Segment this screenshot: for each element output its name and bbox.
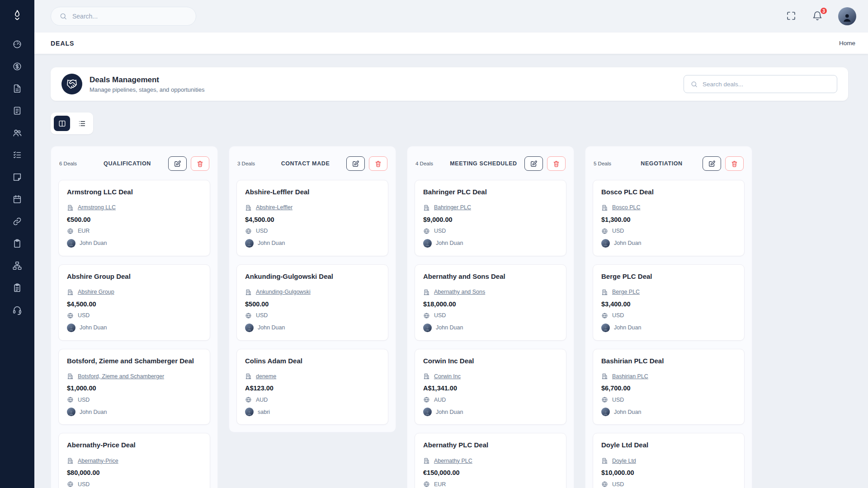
fullscreen-button[interactable]	[786, 10, 797, 22]
deal-owner: John Duan	[80, 324, 107, 331]
deal-company-link[interactable]: Doyle Ltd	[612, 458, 636, 464]
invoices-icon	[12, 84, 22, 94]
deal-company-link[interactable]: Abshire Group	[78, 289, 114, 295]
edit-stage-button[interactable]	[524, 156, 543, 171]
deal-company-link[interactable]: Bahringer PLC	[434, 204, 471, 211]
deal-company-link[interactable]: Abernathy and Sons	[434, 289, 485, 295]
edit-icon	[174, 160, 181, 168]
sidebar-item-board[interactable]	[7, 278, 27, 297]
column-deal-count: 6 Deals	[59, 161, 90, 166]
deals-subtitle: Manage pipelines, stages, and opportunit…	[90, 86, 204, 93]
deal-company-link[interactable]: Berge PLC	[612, 289, 640, 295]
delete-stage-button[interactable]	[369, 156, 387, 171]
deal-owner-row: John Duan	[245, 239, 380, 248]
deal-card[interactable]: Corwin Inc Deal Corwin Inc A$1,341.00 AU…	[415, 349, 566, 425]
sidebar-item-invoices[interactable]	[7, 79, 27, 98]
deal-company-row: Doyle Ltd	[601, 457, 736, 464]
edit-stage-button[interactable]	[346, 156, 365, 171]
deal-amount: $10,000.00	[601, 469, 736, 476]
deal-card[interactable]: Armstrong LLC Deal Armstrong LLC €500.00…	[58, 180, 210, 256]
deal-currency-row: USD	[601, 228, 736, 235]
notifications-button[interactable]: 3	[812, 10, 824, 22]
deal-company-link[interactable]: Corwin Inc	[434, 373, 461, 380]
trash-icon	[374, 160, 382, 168]
support-icon	[12, 305, 22, 315]
sidebar-item-documents[interactable]	[7, 101, 27, 120]
column-actions	[168, 156, 209, 171]
sidebar-item-payments[interactable]	[7, 57, 27, 76]
deal-currency-row: USD	[67, 396, 202, 403]
deal-card[interactable]: Bashirian PLC Deal Bashirian PLC $6,700.…	[593, 349, 745, 425]
globe-icon	[67, 312, 74, 319]
deal-card[interactable]: Abernathy and Sons Deal Abernathy and So…	[415, 264, 566, 341]
owner-avatar	[245, 239, 254, 248]
topbar: 3	[34, 0, 868, 33]
deal-amount: €500.00	[67, 216, 202, 223]
list-view-button[interactable]	[74, 116, 90, 131]
deal-card[interactable]: Bahringer PLC Deal Bahringer PLC $9,000.…	[415, 180, 566, 256]
documents-icon	[12, 106, 22, 116]
deal-card[interactable]: Berge PLC Deal Berge PLC $3,400.00 USD J…	[593, 264, 745, 341]
deal-search-input[interactable]	[703, 81, 830, 88]
app-logo[interactable]	[9, 7, 25, 23]
deal-card[interactable]: Doyle Ltd Deal Doyle Ltd $10,000.00 USD …	[593, 433, 745, 488]
user-avatar[interactable]	[838, 7, 856, 25]
deal-company-link[interactable]: Abernathy PLC	[434, 458, 472, 464]
deal-title: Abernathy and Sons Deal	[423, 272, 558, 281]
owner-avatar	[601, 239, 610, 248]
deal-company-link[interactable]: Bashirian PLC	[612, 373, 648, 380]
sidebar-item-contacts[interactable]	[7, 123, 27, 142]
deal-card[interactable]: Ankunding-Gulgowski Deal Ankunding-Gulgo…	[236, 264, 388, 341]
deal-company-link[interactable]: Abernathy-Price	[78, 458, 118, 464]
deal-company-link[interactable]: Armstrong LLC	[78, 204, 116, 211]
deal-company-link[interactable]: Ankunding-Gulgowski	[256, 289, 311, 295]
kanban-icon	[58, 119, 66, 128]
sidebar-item-links[interactable]	[7, 212, 27, 231]
sidebar-item-notes[interactable]	[7, 168, 27, 187]
deal-owner-row: John Duan	[423, 324, 558, 332]
deal-currency: USD	[612, 481, 624, 488]
deal-owner: John Duan	[614, 409, 641, 415]
deal-company-link[interactable]: Abshire-Leffler	[256, 204, 292, 211]
breadcrumb-home-link[interactable]: Home	[839, 40, 855, 47]
page-header-text: Deals Management Manage pipelines, stage…	[90, 75, 204, 93]
building-icon	[67, 373, 74, 380]
deal-owner-row: John Duan	[601, 239, 736, 248]
sidebar-item-dashboard[interactable]	[7, 35, 27, 54]
deal-card[interactable]: Botsford, Zieme and Schamberger Deal Bot…	[58, 349, 210, 425]
sidebar-item-calendar[interactable]	[7, 190, 27, 209]
deal-amount: €150,000.00	[423, 469, 558, 476]
deal-card[interactable]: Abernathy-Price Deal Abernathy-Price $80…	[58, 433, 210, 488]
deal-currency-row: USD	[601, 481, 736, 488]
kanban-board: 6 Deals QUALIFICATION Armstrong LLC Deal…	[51, 146, 848, 488]
deal-owner: John Duan	[80, 240, 107, 246]
delete-stage-button[interactable]	[547, 156, 566, 171]
kanban-view-button[interactable]	[54, 116, 70, 131]
deal-owner-row: John Duan	[245, 324, 380, 332]
sidebar-item-support[interactable]	[7, 300, 27, 319]
person-icon	[246, 324, 253, 332]
delete-stage-button[interactable]	[725, 156, 744, 171]
delete-stage-button[interactable]	[191, 156, 209, 171]
building-icon	[423, 457, 430, 464]
global-search-input[interactable]	[72, 13, 188, 20]
deal-currency: EUR	[78, 228, 90, 234]
deal-card[interactable]: Abshire Group Deal Abshire Group $4,500.…	[58, 264, 210, 341]
deal-company-link[interactable]: deneme	[256, 373, 276, 380]
globe-icon	[601, 228, 608, 235]
sidebar-item-clipboard[interactable]	[7, 234, 27, 253]
deal-company-link[interactable]: Bosco PLC	[612, 204, 641, 211]
deal-card[interactable]: Abshire-Leffler Deal Abshire-Leffler $4,…	[236, 180, 388, 256]
deal-card[interactable]: Colins Adam Deal deneme A$123.00 AUD sab…	[236, 349, 388, 425]
deal-card[interactable]: Abernathy PLC Deal Abernathy PLC €150,00…	[415, 433, 566, 488]
sidebar-item-workflow[interactable]	[7, 256, 27, 275]
edit-stage-button[interactable]	[168, 156, 187, 171]
notification-badge: 3	[820, 7, 828, 15]
deal-company-link[interactable]: Botsford, Zieme and Schamberger	[78, 373, 164, 380]
globe-icon	[423, 312, 430, 319]
sidebar-item-tasks[interactable]	[7, 145, 27, 164]
deal-card[interactable]: Bosco PLC Deal Bosco PLC $1,300.00 USD J…	[593, 180, 745, 256]
person-icon	[68, 239, 75, 248]
deal-company-row: Armstrong LLC	[67, 204, 202, 211]
edit-stage-button[interactable]	[703, 156, 721, 171]
